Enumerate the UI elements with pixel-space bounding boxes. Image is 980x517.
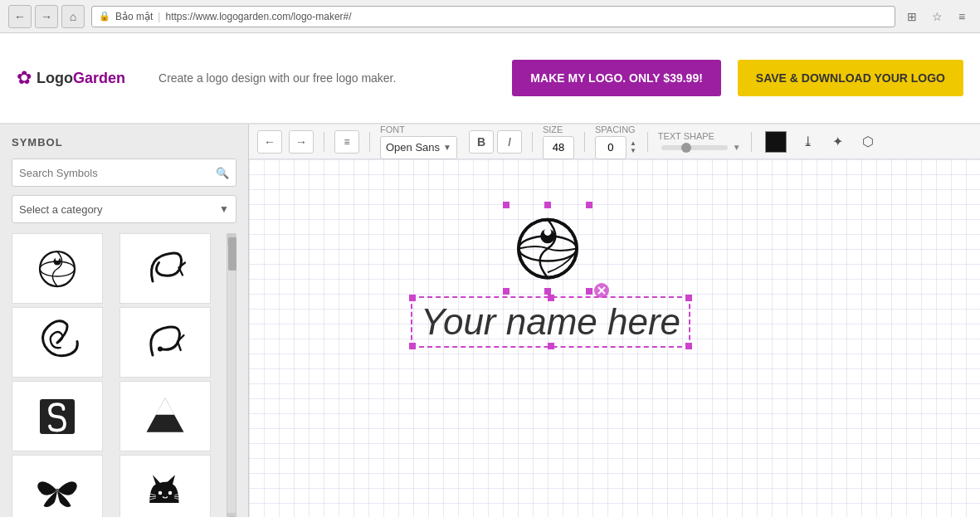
triangle-mountain-icon	[140, 392, 190, 441]
effects-button[interactable]: ✦	[826, 130, 850, 154]
make-logo-button[interactable]: MAKE MY LOGO. ONLY $39.99!	[512, 60, 720, 96]
download-button[interactable]: ⤓	[797, 130, 820, 154]
cat-icon	[140, 466, 190, 515]
spacing-down-arrow[interactable]: ▼	[630, 148, 636, 154]
home-button[interactable]: ⌂	[61, 5, 85, 28]
swirl-icon	[32, 318, 82, 368]
orbit-icon	[140, 318, 190, 368]
category-dropdown[interactable]: Select a category ▼	[12, 195, 236, 223]
browser-chrome: ← → ⌂ 🔒 Bảo mật | https://www.logogarden…	[0, 0, 980, 33]
brand-logo: ✿ LogoGarden	[17, 67, 125, 89]
sidebar: SYMBOL 🔍 Select a category ▼	[0, 124, 249, 517]
svg-marker-7	[155, 398, 174, 414]
browser-actions: ⊞ ☆ ≡	[902, 7, 972, 27]
spacing-up-arrow[interactable]: ▲	[630, 140, 636, 147]
butterfly-icon	[32, 466, 82, 515]
bold-button[interactable]: B	[469, 130, 494, 154]
shield-button[interactable]: ⬡	[856, 130, 880, 154]
browser-nav-buttons: ← → ⌂	[8, 5, 85, 28]
symbol-cat[interactable]	[119, 455, 211, 517]
toolbar-separator-4	[584, 132, 585, 152]
toolbar-separator-6	[751, 132, 752, 152]
back-button[interactable]: ←	[8, 5, 32, 28]
toolbar-separator-2	[369, 132, 370, 152]
symbol-scrollbar[interactable]: ▲ ▼	[227, 233, 236, 517]
drawing-canvas[interactable]: Your name here	[249, 159, 980, 517]
star-button[interactable]: ☆	[927, 7, 947, 27]
address-bar[interactable]: 🔒 Bảo mật | https://www.logogarden.com/l…	[91, 6, 895, 27]
logo-icon: ✿	[17, 67, 32, 89]
text-align-button[interactable]: ≡	[334, 130, 359, 154]
letter-s-icon	[32, 392, 82, 441]
text-handle-tc	[548, 295, 554, 301]
text-handle-bl	[409, 343, 416, 349]
svg-point-4	[158, 346, 163, 351]
italic-button[interactable]: I	[497, 130, 522, 154]
canvas-toolbar: ← → ≡ FONT Open Sans ▼ B I SIZE 48	[249, 124, 980, 159]
address-url: https://www.logogarden.com/logo-maker#/	[165, 11, 351, 22]
symbol-butterfly[interactable]	[12, 455, 103, 517]
symbol-letter-s[interactable]	[12, 381, 103, 451]
text-handle-br	[685, 343, 692, 349]
symbol-swirl[interactable]	[12, 307, 103, 378]
spacing-arrows: ▲ ▼	[630, 140, 636, 154]
search-icon: 🔍	[216, 167, 229, 179]
extensions-button[interactable]: ⊞	[902, 7, 922, 27]
symbol-triangle-mountain[interactable]	[119, 381, 211, 451]
undo-button[interactable]: ←	[257, 130, 282, 154]
canvas-area: ← → ≡ FONT Open Sans ▼ B I SIZE 48	[249, 124, 980, 517]
address-separator: |	[158, 11, 160, 22]
symbol-globe-spiral[interactable]	[12, 233, 103, 304]
canvas-symbol-element[interactable]	[506, 205, 589, 291]
x-icon	[593, 282, 610, 299]
swoosh-icon	[140, 244, 190, 294]
site-label: Bảo mật	[115, 11, 153, 22]
sidebar-title: SYMBOL	[12, 136, 236, 149]
forward-button[interactable]: →	[35, 5, 58, 28]
handle-bc	[544, 288, 551, 295]
symbol-swoosh[interactable]	[119, 233, 211, 304]
save-download-button[interactable]: SAVE & DOWNLOAD YOUR LOGO	[738, 60, 963, 96]
symbol-delete-button[interactable]	[593, 282, 610, 302]
symbol-grid-wrapper: ▲ ▼	[12, 233, 236, 517]
text-shape-label: TEXT SHAPE	[658, 131, 714, 141]
text-shape-slider[interactable]	[661, 145, 728, 150]
symbol-orbit[interactable]	[119, 307, 211, 378]
handle-bl	[503, 288, 510, 295]
spacing-label: SPACING	[595, 124, 636, 134]
globe-spiral-icon	[32, 244, 82, 294]
canvas-text-area[interactable]: Your name here	[411, 296, 690, 348]
scrollbar-thumb[interactable]	[228, 237, 236, 271]
font-dropdown-arrow: ▼	[443, 143, 451, 152]
svg-point-10	[168, 490, 172, 495]
scrollbar-down-arrow[interactable]: ▼	[227, 513, 236, 517]
toolbar-separator-1	[324, 132, 324, 152]
size-input[interactable]: 48	[543, 136, 574, 159]
search-box[interactable]: 🔍	[12, 159, 236, 187]
tagline-text: Create a logo design with our free logo …	[158, 71, 495, 85]
canvas-text-content[interactable]: Your name here	[421, 301, 680, 342]
main-layout: SYMBOL 🔍 Select a category ▼	[0, 124, 980, 517]
font-value: Open Sans	[386, 141, 440, 154]
svg-point-3	[56, 256, 60, 261]
search-input[interactable]	[19, 167, 211, 179]
app-header: ✿ LogoGarden Create a logo design with o…	[0, 33, 980, 124]
redo-button[interactable]: →	[289, 130, 314, 154]
svg-point-8	[56, 488, 60, 492]
lock-icon: 🔒	[99, 11, 110, 22]
toolbar-separator-5	[647, 132, 648, 152]
svg-point-14	[544, 228, 552, 236]
toolbar-separator-3	[532, 132, 533, 152]
color-swatch[interactable]	[765, 131, 787, 153]
handle-tr	[586, 202, 592, 208]
text-handle-tl	[409, 295, 416, 301]
menu-button[interactable]: ≡	[952, 7, 972, 27]
text-shape-arrow[interactable]: ▼	[733, 143, 741, 152]
text-handle-bc	[548, 343, 554, 349]
text-handle-tr	[685, 295, 692, 301]
font-select[interactable]: Open Sans ▼	[380, 136, 457, 159]
handle-tc	[544, 202, 551, 208]
spacing-input[interactable]: 0	[595, 136, 627, 159]
category-label: Select a category	[19, 203, 102, 216]
canvas-globe-icon	[506, 205, 589, 288]
